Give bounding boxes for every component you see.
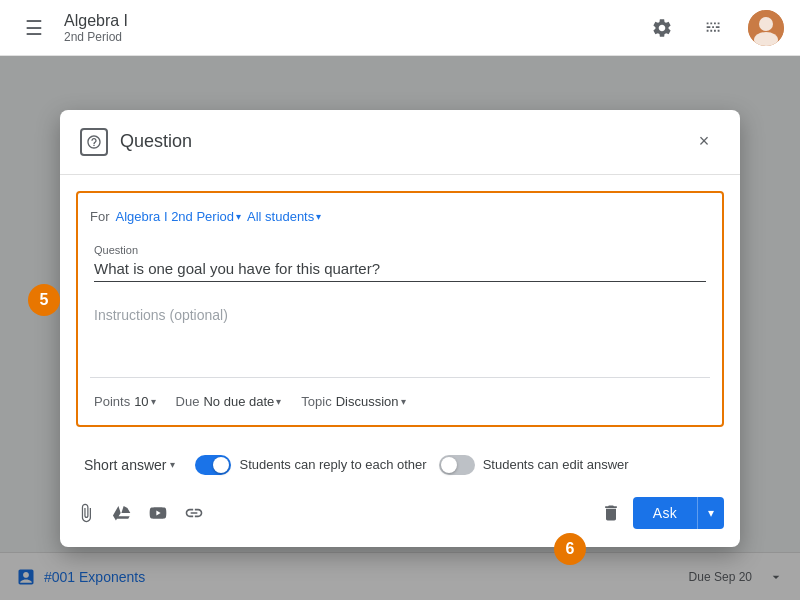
svg-point-1: [759, 17, 773, 31]
topic-label: Topic: [301, 394, 331, 409]
due-value: No due date: [203, 394, 274, 409]
drive-icon[interactable]: [112, 503, 132, 523]
instructions-field[interactable]: Instructions (optional): [90, 298, 710, 378]
due-label: Due: [176, 394, 200, 409]
for-row: For Algebra I 2nd Period ▾ All students …: [90, 205, 710, 228]
modal-footer: Short answer ▾ Students can reply to eac…: [60, 443, 740, 495]
due-select[interactable]: No due date ▾: [203, 394, 281, 409]
footer-actions: Ask ▾: [60, 495, 740, 547]
link-icon[interactable]: [184, 503, 204, 523]
edit-toggle-label: Students can edit answer: [483, 457, 629, 472]
due-dropdown-arrow: ▾: [276, 396, 281, 407]
topic-item: Topic Discussion ▾: [301, 394, 405, 409]
students-dropdown-arrow: ▾: [316, 211, 321, 222]
delete-button[interactable]: [593, 495, 629, 531]
topic-dropdown-arrow: ▾: [401, 396, 406, 407]
answer-type-dropdown[interactable]: Short answer ▾: [76, 451, 183, 479]
app-title-group: Algebra I 2nd Period: [64, 12, 128, 44]
topic-select[interactable]: Discussion ▾: [336, 394, 406, 409]
topic-value: Discussion: [336, 394, 399, 409]
points-select[interactable]: 10 ▾: [134, 394, 155, 409]
reply-toggle[interactable]: [195, 455, 231, 475]
edit-toggle-group: Students can edit answer: [439, 455, 629, 475]
app-title: Algebra I: [64, 12, 128, 30]
meta-row: Points 10 ▾ Due No due date ▾ Topic: [90, 386, 710, 413]
modal-title: Question: [120, 131, 688, 152]
points-label: Points: [94, 394, 130, 409]
question-modal: Question × For Algebra I 2nd Period ▾ Al…: [60, 110, 740, 547]
due-item: Due No due date ▾: [176, 394, 282, 409]
modal-header: Question ×: [60, 110, 740, 175]
instructions-placeholder: Instructions (optional): [94, 307, 228, 323]
answer-type-arrow: ▾: [170, 459, 175, 470]
class-dropdown-arrow: ▾: [236, 211, 241, 222]
topbar-left: ☰ Algebra I 2nd Period: [16, 10, 128, 46]
ask-button[interactable]: Ask: [633, 497, 697, 529]
question-icon: [80, 128, 108, 156]
reply-toggle-label: Students can reply to each other: [239, 457, 426, 472]
points-dropdown-arrow: ▾: [151, 396, 156, 407]
class-select[interactable]: Algebra I 2nd Period ▾: [116, 209, 242, 224]
question-value[interactable]: What is one goal you have for this quart…: [94, 260, 706, 282]
close-button[interactable]: ×: [688, 126, 720, 158]
reply-toggle-thumb: [213, 457, 229, 473]
ask-dropdown-button[interactable]: ▾: [697, 497, 724, 529]
students-select[interactable]: All students ▾: [247, 209, 321, 224]
ask-button-group: Ask ▾: [633, 497, 724, 529]
topbar: ☰ Algebra I 2nd Period: [0, 0, 800, 56]
settings-icon[interactable]: [644, 10, 680, 46]
students-label: All students: [247, 209, 314, 224]
points-value: 10: [134, 394, 148, 409]
youtube-icon[interactable]: [148, 503, 168, 523]
paperclip-icon[interactable]: [76, 503, 96, 523]
answer-type-label: Short answer: [84, 457, 166, 473]
question-field-label: Question: [94, 244, 706, 256]
step5-badge: 5: [28, 284, 60, 316]
topbar-right: [644, 10, 784, 46]
reply-toggle-group: Students can reply to each other: [195, 455, 426, 475]
modal-body: For Algebra I 2nd Period ▾ All students …: [76, 191, 724, 427]
edit-toggle[interactable]: [439, 455, 475, 475]
attachment-icons: [76, 503, 204, 523]
grid-icon[interactable]: [696, 10, 732, 46]
modal-overlay: Question × For Algebra I 2nd Period ▾ Al…: [0, 56, 800, 600]
class-name: Algebra I 2nd Period: [116, 209, 235, 224]
points-item: Points 10 ▾: [94, 394, 156, 409]
step6-badge: 6: [554, 533, 586, 565]
app-subtitle: 2nd Period: [64, 30, 128, 44]
for-label: For: [90, 209, 110, 224]
edit-toggle-thumb: [441, 457, 457, 473]
menu-icon[interactable]: ☰: [16, 10, 52, 46]
question-field: Question What is one goal you have for t…: [90, 236, 710, 290]
avatar[interactable]: [748, 10, 784, 46]
